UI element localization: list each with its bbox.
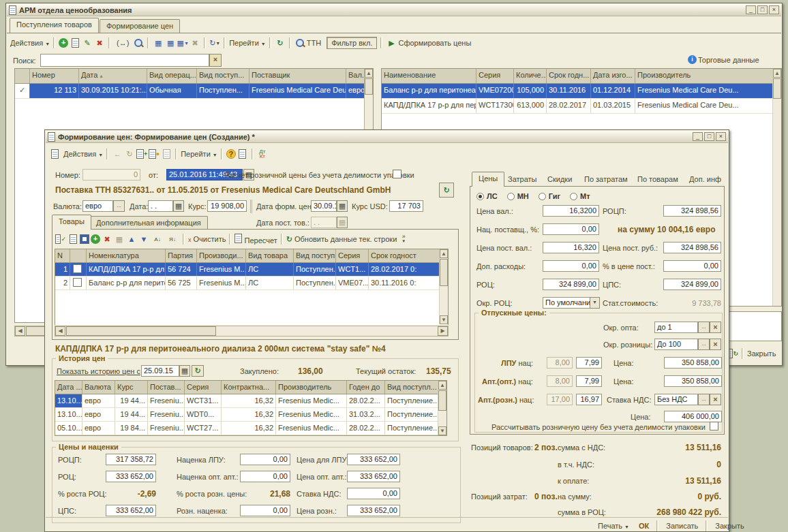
tab-po-zatratam[interactable]: По затратам bbox=[578, 173, 634, 187]
tab-zatraty[interactable]: Затраты bbox=[502, 173, 543, 187]
radio-mt[interactable]: Мт bbox=[570, 192, 590, 200]
dialog-close-button[interactable]: Закрыть bbox=[711, 520, 748, 531]
tovary-row[interactable]: 2 Баланс р-р для перитон... 56 725 Frese… bbox=[55, 277, 448, 290]
radio-gig[interactable]: Гиг bbox=[539, 192, 560, 200]
okr-opt-field[interactable]: до 1 bbox=[654, 322, 698, 333]
dt-kt-icon[interactable]: ДтКт bbox=[257, 148, 268, 159]
tab-po-tovaram[interactable]: По товарам bbox=[631, 173, 684, 187]
fill-check-icon[interactable]: ✓ bbox=[55, 234, 66, 245]
calendar-icon[interactable]: ▦ bbox=[337, 217, 348, 228]
actions-menu[interactable]: Действия ▼ bbox=[10, 39, 50, 47]
tovary-hscrollbar[interactable]: ◀ ▶ bbox=[55, 326, 449, 337]
okr-roc-select[interactable]: По умолчани bbox=[543, 297, 590, 309]
apt-opt-eff-field[interactable]: 7,99 bbox=[576, 375, 602, 387]
refresh-icon[interactable]: ↻ bbox=[275, 37, 286, 48]
copy-add-icon[interactable]: + bbox=[136, 148, 147, 159]
supplier-markup-field[interactable]: 0,00 bbox=[543, 223, 599, 235]
okr-retail-field[interactable]: До 100 bbox=[654, 339, 698, 350]
scroll-up-icon[interactable]: ▲ bbox=[773, 69, 781, 78]
calendar-icon[interactable]: ▦ bbox=[173, 200, 184, 212]
scroll-right-icon[interactable]: ▶ bbox=[438, 326, 448, 336]
scroll-up-icon[interactable]: ▲ bbox=[440, 249, 448, 258]
filter-by-value-icon[interactable]: ▦ bbox=[165, 37, 176, 48]
supply-refresh-icon[interactable]: ↻ bbox=[439, 183, 454, 198]
search-input[interactable] bbox=[40, 54, 209, 67]
minimize-button[interactable]: _ bbox=[746, 5, 756, 14]
edit-icon[interactable]: ✎ bbox=[82, 37, 93, 48]
lpu-markup-field[interactable]: 0,00 bbox=[240, 454, 290, 465]
copy-icon[interactable] bbox=[70, 37, 80, 48]
tovary-vscrollbar[interactable]: ▲ ▼ bbox=[439, 249, 448, 324]
history-row[interactable]: 05.10... евро 19 84... Freseniu... WCT27… bbox=[55, 422, 446, 435]
scroll-up-icon[interactable]: ▲ bbox=[438, 381, 446, 390]
radio-mn[interactable]: МН bbox=[507, 192, 529, 200]
goto-menu[interactable]: Перейти ▼ bbox=[229, 39, 266, 47]
radio-ls[interactable]: ЛС bbox=[476, 192, 498, 200]
price3-field[interactable]: 406 000,00 bbox=[664, 411, 722, 422]
ttn-label[interactable]: ТТН bbox=[307, 39, 321, 47]
clear-icon[interactable]: × bbox=[710, 322, 721, 333]
sort-asc-icon[interactable]: А↓ bbox=[151, 234, 164, 245]
price1-field[interactable]: 350 858,00 bbox=[664, 357, 722, 369]
currency-pick-icon[interactable]: ... bbox=[113, 200, 125, 212]
opt-markup-field[interactable]: 0,00 bbox=[240, 471, 290, 482]
find-icon[interactable] bbox=[133, 37, 144, 48]
scroll-down-icon[interactable]: ▼ bbox=[438, 426, 446, 435]
scroll-down-icon[interactable]: ▼ bbox=[440, 315, 448, 324]
tab-dop-info[interactable]: Дополнительная информация bbox=[89, 216, 208, 230]
maximize-button[interactable]: □ bbox=[704, 132, 714, 141]
history-header[interactable]: Дата ... Валюта Курс Постав... Серия Кон… bbox=[55, 381, 446, 394]
post-rub-field[interactable]: 324 898,56 bbox=[663, 242, 721, 253]
move-up-icon[interactable]: ▲ bbox=[126, 234, 137, 245]
doc-icon[interactable] bbox=[237, 148, 248, 159]
search-ttn-icon[interactable] bbox=[294, 37, 305, 48]
cps2-field[interactable]: 324 899,00 bbox=[663, 279, 721, 290]
maximize-button[interactable]: □ bbox=[757, 5, 768, 14]
history-vscrollbar[interactable]: ▲ ▼ bbox=[438, 381, 446, 435]
delete-icon[interactable]: ✖ bbox=[94, 37, 105, 48]
currency-field[interactable]: евро bbox=[82, 200, 113, 212]
goods-row[interactable]: КАПД/ДПКА 17 р-р для пер... WCT17300 613… bbox=[382, 99, 781, 114]
help-icon[interactable]: ? bbox=[226, 149, 236, 159]
scroll-left-icon[interactable]: ◀ bbox=[15, 326, 25, 336]
recalc-button[interactable]: Пересчет bbox=[234, 234, 277, 245]
row-checkbox[interactable] bbox=[73, 264, 82, 273]
calendar-icon[interactable]: ▦ bbox=[179, 365, 190, 377]
toggle-marks-icon[interactable] bbox=[80, 234, 89, 244]
tovary-header[interactable]: N Номенклатура Партия Производи... Вид т… bbox=[55, 249, 448, 263]
pick-icon[interactable]: ... bbox=[698, 339, 710, 350]
scroll-up-icon[interactable]: ▲ bbox=[365, 69, 373, 78]
filter-settings-icon[interactable]: ▦ bbox=[153, 37, 164, 48]
close-button-icon[interactable]: × bbox=[769, 5, 779, 14]
rocp2-field[interactable]: 324 898,56 bbox=[663, 205, 721, 217]
history-refresh-icon[interactable]: ↻ bbox=[192, 365, 204, 377]
show-history-link[interactable]: Показать историю цен с bbox=[57, 367, 140, 376]
trade-data-link[interactable]: i Торговые данные bbox=[688, 55, 759, 64]
pick-icon[interactable]: ... bbox=[698, 394, 710, 405]
tab-dop-inf[interactable]: Доп. инф bbox=[683, 173, 727, 187]
dropdown-icon[interactable]: ▼ bbox=[590, 297, 600, 309]
move-down-icon[interactable]: ▼ bbox=[138, 234, 149, 245]
minimize-button[interactable]: _ bbox=[693, 132, 703, 141]
retail-price-field[interactable]: 333 652,00 bbox=[347, 505, 400, 516]
cps-field[interactable]: 333 652,00 bbox=[106, 505, 156, 516]
price2-field[interactable]: 350 858,00 bbox=[664, 375, 722, 387]
history-row[interactable]: 13.10... евро 19 44... Freseniu... WDT0.… bbox=[55, 408, 446, 422]
calendar-icon[interactable]: ▦ bbox=[337, 200, 348, 212]
extra-costs-field[interactable]: 0,00 bbox=[543, 260, 599, 272]
tab-postupleniya[interactable]: Поступления товаров bbox=[10, 18, 99, 33]
pick-icon[interactable]: ... bbox=[698, 322, 710, 333]
scroll-left-icon[interactable]: ◀ bbox=[55, 326, 65, 336]
usd-rate-field[interactable]: 17 703 bbox=[389, 200, 423, 212]
retail-markup-field[interactable]: 0,00 bbox=[240, 505, 290, 516]
delete-row-icon[interactable]: ✖ bbox=[102, 234, 112, 245]
opt-price-field[interactable]: 333 652,00 bbox=[347, 471, 400, 482]
print-button[interactable]: Печать ▼ bbox=[594, 520, 633, 531]
ok-button[interactable]: ОК bbox=[635, 520, 653, 531]
doc-coins-icon[interactable]: ● bbox=[149, 148, 160, 159]
tovary-row[interactable]: 1 КАПД/ДПКА 17 р-р дл... 56 724 Freseniu… bbox=[55, 263, 448, 277]
pct-post-field[interactable]: 0,00 bbox=[663, 260, 721, 272]
goods-date-field[interactable]: . . bbox=[311, 217, 337, 228]
price-cur-field[interactable]: 16,3200 bbox=[543, 205, 599, 217]
vat-rate-field[interactable]: 0,00 bbox=[347, 488, 400, 499]
